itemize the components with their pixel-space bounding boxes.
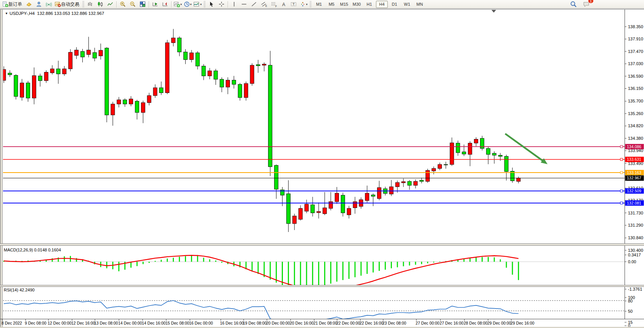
toolbar-grip[interactable] <box>82 1 84 7</box>
toolbar-grip[interactable] <box>310 1 312 7</box>
signal-broadcast-icon <box>46 1 52 7</box>
account-person-icon <box>36 1 42 7</box>
candle <box>153 88 157 96</box>
svg-text:138.350: 138.350 <box>628 24 643 29</box>
svg-text:12 Dec 00:00: 12 Dec 00:00 <box>48 321 72 325</box>
timeframe-m1[interactable]: M1 <box>313 1 325 8</box>
candle <box>93 53 96 58</box>
toolbar-grip[interactable] <box>204 1 206 7</box>
line-handle[interactable] <box>620 146 623 148</box>
tile-windows-button[interactable] <box>138 0 148 8</box>
fibonacci-icon: F <box>271 1 277 7</box>
trendline-button[interactable] <box>249 0 259 8</box>
deposit-button[interactable] <box>24 0 34 8</box>
arrows-button[interactable]: ▾ <box>299 0 308 8</box>
candle <box>123 100 127 104</box>
vertical-line-button[interactable] <box>229 0 239 8</box>
chevron-down-icon: ▾ <box>180 3 182 6</box>
expand-triangle-icon[interactable]: ▼ <box>5 12 8 15</box>
equidistant-channel-button[interactable]: E <box>259 0 269 8</box>
zoom-out-button[interactable] <box>128 0 138 8</box>
candle <box>232 80 236 84</box>
candle <box>292 216 296 224</box>
cursor-button[interactable] <box>207 0 217 8</box>
timeframe-w1[interactable]: W1 <box>401 1 413 8</box>
candle <box>420 180 424 181</box>
horizontal-line-button[interactable] <box>239 0 249 8</box>
new-chart-button[interactable]: ▾ <box>173 0 183 8</box>
candle <box>111 104 115 115</box>
signals-button[interactable] <box>44 0 54 8</box>
bar-chart-button[interactable] <box>85 0 95 8</box>
candle <box>474 139 478 143</box>
svg-text:13 Dec 08:00: 13 Dec 08:00 <box>94 321 118 325</box>
zoom-out-icon <box>130 1 136 7</box>
new-order-button[interactable]: 新订单 <box>1 0 24 8</box>
candle <box>395 182 399 187</box>
clock-icon <box>184 1 190 7</box>
candle <box>438 165 442 168</box>
auto-scroll-button[interactable] <box>150 0 160 8</box>
candle <box>80 51 84 57</box>
candle <box>377 187 381 198</box>
search-button[interactable] <box>569 0 578 8</box>
candlestick-icon <box>97 1 103 7</box>
timeframe-h1[interactable]: H1 <box>363 1 375 8</box>
timeframe-mn[interactable]: MN <box>414 1 426 8</box>
macd-indicator-label: MACD(12,26,9) 0.0148 0.1604 <box>4 248 61 252</box>
autotrading-button[interactable]: 自动交易 <box>54 0 81 8</box>
line-handle[interactable] <box>620 190 623 192</box>
fibonacci-button[interactable]: F <box>269 0 279 8</box>
candle <box>432 168 435 171</box>
candlestick-chart-button[interactable] <box>95 0 105 8</box>
svg-text:8 Dec 2022: 8 Dec 2022 <box>2 321 22 325</box>
candle <box>504 156 508 171</box>
timeframe-m30[interactable]: M30 <box>351 1 363 8</box>
chart-shift-button[interactable] <box>160 0 170 8</box>
line-chart-button[interactable] <box>105 0 115 8</box>
line-handle[interactable] <box>620 171 623 174</box>
svg-text:135.260: 135.260 <box>628 111 643 116</box>
candle <box>220 79 224 87</box>
candle <box>389 187 393 194</box>
candle <box>183 52 187 59</box>
candle <box>208 71 212 76</box>
timeframe-m15[interactable]: M15 <box>338 1 350 8</box>
notifications-button[interactable]: 1 <box>581 0 591 8</box>
pane-splitter[interactable] <box>0 244 644 245</box>
zoom-in-button[interactable] <box>118 0 128 8</box>
text-label-button[interactable]: T <box>289 0 299 8</box>
vertical-line-icon <box>231 1 237 7</box>
periods-button[interactable]: ▾ <box>183 0 193 8</box>
text-button[interactable]: A <box>279 0 289 8</box>
timeframe-d1[interactable]: D1 <box>389 1 400 8</box>
svg-text:137.470: 137.470 <box>628 49 643 54</box>
timeframe-h4[interactable]: H4 <box>376 1 388 8</box>
svg-text:136.590: 136.590 <box>628 74 643 78</box>
svg-text:130.400: 130.400 <box>628 248 643 253</box>
svg-text:16 Dec 16:00: 16 Dec 16:00 <box>220 321 244 325</box>
indicators-icon <box>193 1 200 7</box>
candle <box>147 96 151 102</box>
timeframe-m5[interactable]: M5 <box>326 1 337 8</box>
candle <box>129 99 133 104</box>
line-handle[interactable] <box>620 158 623 160</box>
indicators-button[interactable]: ▾ <box>193 0 202 8</box>
candle <box>20 83 24 98</box>
svg-text:131.730: 131.730 <box>628 211 643 215</box>
svg-text:A: A <box>282 2 285 7</box>
svg-text:15 Dec 08:00: 15 Dec 08:00 <box>165 321 190 325</box>
line-handle[interactable] <box>620 202 623 204</box>
candle <box>105 48 109 115</box>
bar-chart-icon <box>87 1 93 7</box>
candle <box>299 208 302 219</box>
svg-text:135.700: 135.700 <box>628 99 643 103</box>
timeframe-group: M1M5M15M30H1H4D1W1MN <box>313 0 426 8</box>
usdjpy-h4-chart[interactable]: 138.350137.910137.470137.030136.590136.1… <box>0 9 644 328</box>
text-a-icon: A <box>281 1 287 7</box>
pane-splitter[interactable] <box>0 285 644 286</box>
candle <box>38 76 42 81</box>
crosshair-button[interactable] <box>217 0 226 8</box>
svg-text:137.910: 137.910 <box>628 37 643 41</box>
account-button[interactable] <box>34 0 44 8</box>
